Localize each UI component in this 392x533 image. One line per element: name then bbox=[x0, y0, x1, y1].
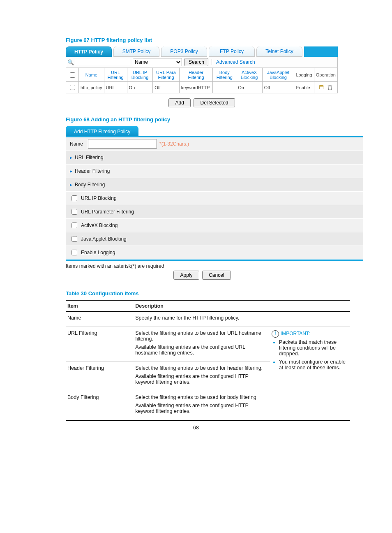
col-javaapplet[interactable]: JavaApplet Blocking bbox=[262, 68, 294, 82]
cell-url-filtering: URL bbox=[104, 82, 127, 93]
enable-logging-checkbox[interactable] bbox=[71, 250, 77, 255]
name-hint: *(1-32Chars.) bbox=[159, 141, 189, 147]
col-body-filter[interactable]: Body Filtering bbox=[213, 68, 236, 82]
search-row: 🔍 Name Search Advanced Search bbox=[66, 57, 338, 68]
table-row: http_policy URL On Off keywordHTTP On Of… bbox=[66, 82, 338, 93]
policy-tab-strip: HTTP Policy SMTP Policy POP3 Policy FTP … bbox=[66, 46, 338, 57]
cell-operation bbox=[314, 82, 337, 93]
cfg-row-url-filtering: URL Filtering Select the filtering entri… bbox=[66, 327, 350, 362]
tab-pop3-policy[interactable]: POP3 Policy bbox=[161, 46, 207, 57]
expand-icon: ▸ bbox=[70, 182, 72, 188]
row-activex-blocking: ActiveX Blocking bbox=[66, 219, 363, 232]
cfg-header-desc: Description bbox=[134, 300, 270, 312]
col-activex[interactable]: ActiveX Blocking bbox=[236, 68, 262, 82]
add-policy-panel: Add HTTP Filtering Policy Name *(1-32Cha… bbox=[66, 126, 363, 261]
col-operation: Operation bbox=[314, 68, 337, 82]
search-field-select[interactable]: Name bbox=[133, 58, 182, 66]
config-table: Item Description Name Specify the name f… bbox=[66, 300, 350, 421]
name-label: Name bbox=[70, 141, 88, 147]
col-url-filtering[interactable]: URL Filtering bbox=[104, 68, 127, 82]
cfg-desc: Select the filtering entries to be used … bbox=[134, 327, 270, 362]
java-blocking-checkbox[interactable] bbox=[71, 236, 77, 242]
tab-telnet-policy[interactable]: Telnet Policy bbox=[256, 46, 302, 57]
advanced-search-link[interactable]: Advanced Search bbox=[212, 59, 255, 65]
col-url-ip-block[interactable]: URL IP Blocking bbox=[127, 68, 153, 82]
name-input[interactable] bbox=[88, 139, 157, 149]
important-bullet: Packets that match these filtering condi… bbox=[279, 339, 348, 357]
cell-url-ip: On bbox=[127, 82, 153, 93]
tab-trail bbox=[304, 46, 338, 57]
figure68-caption: Figure 68 Adding an HTTP filtering polic… bbox=[66, 116, 339, 123]
figure67-caption: Figure 67 HTTP filtering policy list bbox=[66, 37, 339, 43]
row-label: URL Filtering bbox=[75, 155, 104, 160]
row-checkbox[interactable] bbox=[70, 85, 75, 90]
row-url-ip-blocking: URL IP Blocking bbox=[66, 192, 363, 205]
cell-activex: On bbox=[236, 82, 262, 93]
required-note: Items marked with an asterisk(*) are req… bbox=[66, 263, 339, 269]
cfg-header-item: Item bbox=[66, 300, 134, 312]
row-label: ActiveX Blocking bbox=[81, 222, 118, 228]
important-bullet: You must configure or enable at least on… bbox=[279, 359, 348, 371]
delete-selected-button[interactable]: Del Selected bbox=[194, 98, 235, 107]
row-url-param-filtering: URL Parameter Filtering bbox=[66, 205, 363, 219]
cfg-desc: Specify the name for the HTTP filtering … bbox=[134, 312, 350, 327]
row-enable-logging: Enable Logging bbox=[66, 246, 363, 260]
url-ip-blocking-checkbox[interactable] bbox=[71, 195, 77, 201]
row-name: Name *(1-32Chars.) bbox=[66, 137, 363, 151]
panel-title-tab: Add HTTP Filtering Policy bbox=[66, 126, 138, 137]
cfg-desc: Select the filtering entries to be used … bbox=[134, 391, 270, 421]
search-icon: 🔍 bbox=[66, 59, 75, 65]
url-param-filter-checkbox[interactable] bbox=[71, 209, 77, 215]
cancel-button[interactable]: Cancel bbox=[202, 271, 231, 280]
edit-icon[interactable] bbox=[319, 85, 325, 90]
cfg-important-note: !IMPORTANT: Packets that match these fil… bbox=[270, 327, 350, 421]
row-label: Body Filtering bbox=[75, 182, 105, 188]
col-url-para[interactable]: URL Para Filtering bbox=[153, 68, 179, 82]
row-label: Enable Logging bbox=[81, 250, 115, 255]
row-java-blocking: Java Applet Blocking bbox=[66, 232, 363, 246]
row-label: Header Filtering bbox=[75, 168, 110, 174]
col-name[interactable]: Name bbox=[79, 68, 104, 82]
row-label: URL IP Blocking bbox=[81, 195, 117, 201]
important-icon: ! bbox=[272, 330, 279, 338]
delete-icon[interactable] bbox=[327, 85, 333, 90]
row-url-filtering[interactable]: ▸ URL Filtering bbox=[66, 151, 363, 165]
search-input[interactable] bbox=[75, 59, 130, 65]
activex-blocking-checkbox[interactable] bbox=[71, 222, 77, 228]
tab-ftp-policy[interactable]: FTP Policy bbox=[209, 46, 255, 57]
page-number: 68 bbox=[0, 425, 392, 431]
cfg-desc: Select the filtering entries to be used … bbox=[134, 362, 270, 391]
add-button[interactable]: Add bbox=[168, 98, 190, 107]
row-label: URL Parameter Filtering bbox=[81, 209, 134, 215]
cell-java: Off bbox=[262, 82, 294, 93]
cell-body bbox=[213, 82, 236, 93]
tab-http-policy[interactable]: HTTP Policy bbox=[66, 46, 112, 57]
cell-header: keywordHTTP bbox=[179, 82, 212, 93]
search-button[interactable]: Search bbox=[184, 58, 208, 66]
row-header-filtering[interactable]: ▸ Header Filtering bbox=[66, 165, 363, 178]
cfg-item: Header Filtering bbox=[66, 362, 134, 391]
cfg-item: URL Filtering bbox=[66, 327, 134, 362]
table30-caption: Table 30 Configuration items bbox=[66, 290, 339, 297]
cell-name: http_policy bbox=[79, 82, 104, 93]
col-logging: Logging bbox=[294, 68, 314, 82]
select-all-checkbox[interactable] bbox=[70, 72, 75, 78]
panel-tab-underline bbox=[66, 136, 363, 137]
cfg-row-name: Name Specify the name for the HTTP filte… bbox=[66, 312, 350, 327]
expand-icon: ▸ bbox=[70, 155, 72, 160]
cell-url-para: Off bbox=[153, 82, 179, 93]
apply-button[interactable]: Apply bbox=[173, 271, 199, 280]
cfg-header-blank bbox=[270, 300, 350, 312]
policy-grid: Name URL Filtering URL IP Blocking URL P… bbox=[66, 68, 338, 93]
cell-logging: Enable bbox=[294, 82, 314, 93]
expand-icon: ▸ bbox=[70, 168, 72, 174]
cfg-item: Body Filtering bbox=[66, 391, 134, 421]
grid-button-row: Add Del Selected bbox=[66, 98, 338, 107]
row-body-filtering[interactable]: ▸ Body Filtering bbox=[66, 178, 363, 192]
col-header-filter[interactable]: Header Filtering bbox=[179, 68, 212, 82]
important-label: IMPORTANT: bbox=[281, 331, 310, 336]
cfg-item: Name bbox=[66, 312, 134, 327]
tab-smtp-policy[interactable]: SMTP Policy bbox=[113, 46, 159, 57]
row-label: Java Applet Blocking bbox=[81, 236, 127, 242]
